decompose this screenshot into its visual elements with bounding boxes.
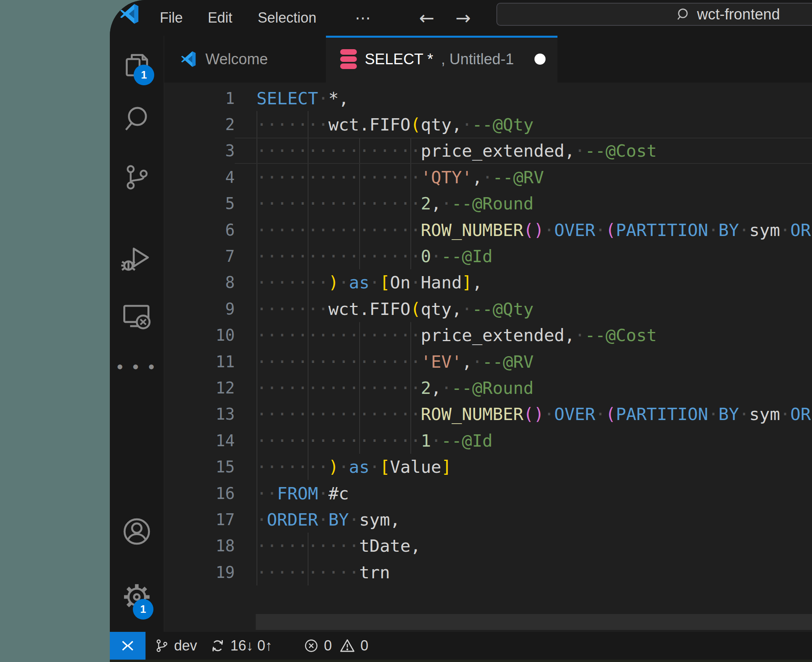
sidebar-item-source-control[interactable] [122,163,151,192]
menu-selection[interactable]: Selection [258,0,316,36]
code-text: ················0·--@Id [257,246,492,266]
menu-file[interactable]: File [160,0,183,36]
code-line[interactable]: 18··········tDate, [164,533,812,559]
title-bar: File Edit Selection ⋯ ← → wct-frontend [110,0,812,36]
command-center-query: wct-frontend [697,4,780,25]
code-line[interactable]: 7················0·--@Id [164,243,812,269]
modified-dot-icon[interactable] [534,54,546,65]
code-text: ·······wct.FIFO(qty,·--@Qty [257,299,534,319]
line-number: 11 [164,353,235,371]
nav-forward-icon[interactable]: → [456,0,471,36]
sync-status-button[interactable]: 16↓ 0↑ [210,632,272,660]
status-bar: dev 16↓ 0↑ 0 0 [110,632,812,660]
sync-icon [210,638,226,654]
code-line[interactable]: 19··········trn [164,559,812,585]
git-branch-icon [154,638,169,653]
code-line[interactable]: 8·······)·as·[On·Hand], [164,269,812,296]
code-line[interactable]: 4················'QTY',·--@RV [164,164,812,190]
line-number: 16 [164,484,235,503]
code-text: ················2,·--@Round [257,378,534,398]
line-number: 7 [164,247,235,265]
sidebar-item-search[interactable] [121,104,152,134]
code-line[interactable]: 17·ORDER·BY·sym, [164,506,812,533]
code-text: ··FROM·#c [257,484,349,503]
menu-more[interactable]: ⋯ [355,0,372,36]
sidebar-item-run-debug[interactable] [120,242,153,275]
code-line[interactable]: 2·······wct.FIFO(qty,·--@Qty [164,111,812,138]
code-line[interactable]: 6················ROW_NUMBER()·OVER·(PART… [164,217,812,243]
nav-back-icon[interactable]: ← [419,0,435,36]
branch-name: dev [174,637,197,654]
tab-sql-label-primary: SELECT * [365,51,433,68]
error-icon [303,638,319,654]
line-number: 6 [164,221,235,239]
code-text: ················'EV',·--@RV [257,352,534,372]
code-text: ················ROW_NUMBER()·OVER·(PARTI… [257,220,811,240]
line-number: 5 [164,194,235,213]
line-number: 17 [164,510,235,529]
remote-chevrons-icon [119,637,136,654]
sidebar-item-more-icon[interactable]: • • • [122,359,152,375]
code-text: ················'QTY',·--@RV [257,167,544,187]
tab-welcome-label: Welcome [205,51,268,68]
sidebar-item-remote-explorer[interactable] [120,299,153,333]
code-text: ················price_extended,·--@Cost [257,325,657,345]
code-line[interactable]: 9·······wct.FIFO(qty,·--@Qty [164,296,812,322]
line-number: 13 [164,405,235,423]
code-text: ················2,·--@Round [257,194,534,213]
line-number: 9 [164,300,235,318]
code-text: ················ROW_NUMBER()·OVER·(PARTI… [257,404,811,424]
line-number: 19 [164,563,235,581]
code-text: ················price_extended,·--@Cost [257,141,657,161]
code-text: ·ORDER·BY·sym, [257,510,400,530]
vscode-logo-icon [118,2,141,25]
code-line[interactable]: 13················ROW_NUMBER()·OVER·(PAR… [164,401,812,428]
problems-status-button[interactable]: 0 0 [303,632,368,660]
code-line[interactable]: 11················'EV',·--@RV [164,348,812,375]
tab-strip: Welcome SELECT * , Untitled-1 [164,36,812,83]
code-text: ·······)·as·[Value] [257,457,452,477]
code-text: ··········tDate, [257,536,421,556]
line-number: 12 [164,379,235,397]
warning-icon [339,637,356,654]
sidebar-item-account[interactable] [120,515,153,548]
code-editor[interactable]: 1SELECT·*,2·······wct.FIFO(qty,·--@Qty3·… [164,83,812,632]
line-number: 8 [164,273,235,292]
taskbar-edge [110,660,812,662]
code-line[interactable]: 1SELECT·*, [164,85,812,111]
tab-sql-untitled[interactable]: SELECT * , Untitled-1 [326,36,557,83]
code-text: ·······)·as·[On·Hand], [257,272,483,292]
command-center-searchbox[interactable]: wct-frontend [496,3,812,26]
warning-count: 0 [360,637,368,654]
remote-indicator-button[interactable] [110,632,146,660]
menu-edit[interactable]: Edit [208,0,232,36]
vscode-logo-icon [179,50,197,68]
code-line[interactable]: 3················price_extended,·--@Cost [164,138,812,164]
activity-bar: 1 [110,36,164,632]
horizontal-scrollbar[interactable] [256,614,812,630]
settings-badge: 1 [133,599,153,620]
code-line[interactable]: 14················1·--@Id [164,427,812,454]
database-icon [340,49,357,69]
line-number: 15 [164,458,235,476]
branch-status-button[interactable]: dev [154,632,197,660]
code-line[interactable]: 16··FROM·#c [164,480,812,507]
code-text: ·······wct.FIFO(qty,·--@Qty [257,115,534,134]
line-number: 1 [164,89,235,107]
tab-welcome[interactable]: Welcome [164,36,326,83]
code-line[interactable]: 10················price_extended,·--@Cos… [164,322,812,349]
code-text: ··········trn [257,562,390,582]
explorer-badge: 1 [134,65,154,85]
code-line[interactable]: 15·······)·as·[Value] [164,454,812,480]
vscode-window: File Edit Selection ⋯ ← → wct-frontend [110,0,812,660]
code-text: ················1·--@Id [257,431,492,451]
line-number: 3 [164,142,235,160]
sync-counts: 16↓ 0↑ [230,637,272,654]
code-text: SELECT·*, [257,88,349,108]
tab-sql-label-secondary: , Untitled-1 [441,51,514,68]
line-number: 4 [164,168,235,186]
line-number: 2 [164,115,235,134]
code-line[interactable]: 12················2,·--@Round [164,374,812,401]
line-number: 18 [164,537,235,555]
code-line[interactable]: 5················2,·--@Round [164,190,812,217]
